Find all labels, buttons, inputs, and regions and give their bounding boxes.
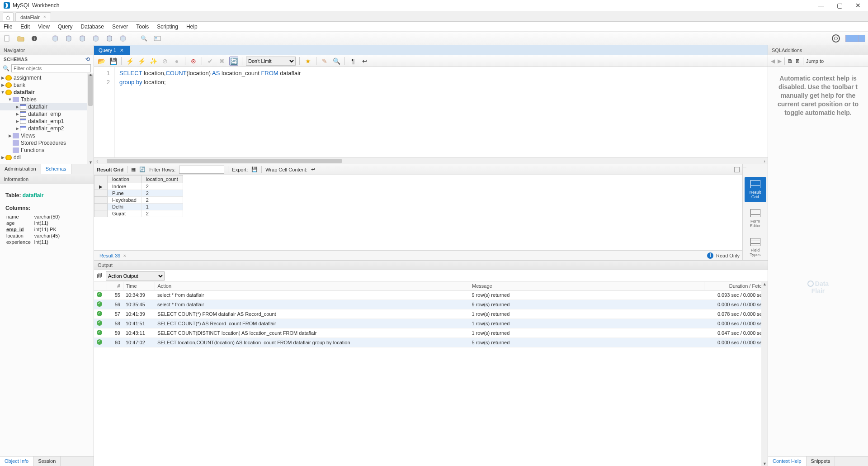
- invisible-icon[interactable]: ¶: [349, 57, 358, 66]
- close-icon[interactable]: ×: [122, 253, 126, 258]
- tree-item[interactable]: ▶Views: [0, 132, 94, 139]
- menu-file[interactable]: File: [4, 24, 12, 30]
- search-icon[interactable]: 🔍: [139, 34, 148, 43]
- connection-tab[interactable]: dataFlair ×: [15, 12, 51, 21]
- brush-icon[interactable]: ✎: [320, 57, 329, 66]
- output-row[interactable]: 6010:47:02SELECT location,COUNT(location…: [94, 338, 768, 347]
- explain-icon[interactable]: ✨: [149, 57, 158, 66]
- tree-item[interactable]: ▶ddl: [0, 154, 94, 161]
- rollback-icon[interactable]: ✖: [217, 57, 226, 66]
- tree-item[interactable]: ▶dataflair_emp: [0, 110, 94, 118]
- tree-item[interactable]: ▶dataflair_emp2: [0, 125, 94, 132]
- menu-scripting[interactable]: Scripting: [157, 24, 178, 30]
- db-icon[interactable]: [91, 34, 100, 43]
- tab-schemas[interactable]: Schemas: [41, 164, 71, 174]
- tree-item-selected[interactable]: ▶dataflair: [0, 103, 94, 110]
- tree-item[interactable]: ▼Tables: [0, 96, 94, 103]
- grid-icon[interactable]: ▦: [131, 166, 136, 172]
- tree-item[interactable]: ▶Functions: [0, 147, 94, 154]
- stop-icon[interactable]: ⊘: [160, 57, 170, 66]
- wrap-icon[interactable]: ↩: [311, 166, 315, 172]
- tree-item[interactable]: ▶Stored Procedures: [0, 139, 94, 147]
- limit-select[interactable]: Don't Limit: [246, 57, 296, 66]
- sql-code[interactable]: SELECT location,COUNT(location) AS locat…: [115, 67, 306, 157]
- filter-objects-input[interactable]: [11, 64, 91, 72]
- success-icon: [97, 292, 102, 297]
- menu-server[interactable]: Server: [112, 24, 128, 30]
- settings-icon[interactable]: [832, 34, 840, 43]
- menu-edit[interactable]: Edit: [20, 24, 30, 30]
- menu-help[interactable]: Help: [186, 24, 198, 30]
- output-row[interactable]: 5510:34:39select * from dataflair9 row(s…: [94, 290, 768, 300]
- result-grid[interactable]: locationlocation_count ▶Indore2 Pune2 He…: [94, 175, 742, 225]
- save-icon[interactable]: 💾: [108, 57, 118, 66]
- wrap-icon[interactable]: ↩: [360, 57, 369, 66]
- find-icon[interactable]: 🔍: [332, 57, 341, 66]
- output-row[interactable]: 5810:41:51SELECT COUNT(*) AS Record_coun…: [94, 319, 768, 328]
- scrollbar[interactable]: ▲▼: [87, 73, 94, 164]
- tab-snippets[interactable]: Snippets: [807, 456, 835, 466]
- close-icon[interactable]: ×: [43, 14, 46, 19]
- tab-administration[interactable]: Administration: [0, 164, 41, 174]
- field-types-button[interactable]: Field Types: [745, 235, 766, 260]
- close-icon[interactable]: ×: [120, 48, 123, 52]
- sqladditions-body: Automatic context help is disabled. Use …: [768, 67, 868, 243]
- filter-rows-input[interactable]: [179, 166, 224, 174]
- tree-item[interactable]: ▶dataflair_emp1: [0, 118, 94, 125]
- panel-toggle-icon[interactable]: [734, 167, 740, 172]
- output-type-select[interactable]: Action Output: [106, 271, 165, 281]
- tree-item[interactable]: ▼dataflair: [0, 89, 94, 96]
- menu-query[interactable]: Query: [58, 24, 73, 30]
- auto-icon[interactable]: 🖹: [795, 58, 800, 64]
- sql-editor[interactable]: 1 2 SELECT location,COUNT(location) AS l…: [94, 67, 768, 157]
- output-row[interactable]: 5610:35:45select * from dataflair9 row(s…: [94, 300, 768, 309]
- db-icon[interactable]: [51, 34, 60, 43]
- db-icon[interactable]: [78, 34, 87, 43]
- new-sql-tab-icon[interactable]: [3, 34, 12, 43]
- open-icon[interactable]: 📂: [97, 57, 106, 66]
- output-row[interactable]: 5710:41:39SELECT COUNT(*) FROM dataflair…: [94, 309, 768, 319]
- commit-icon[interactable]: ✔: [206, 57, 215, 66]
- tree-item[interactable]: ▶assignment: [0, 74, 94, 81]
- refresh-icon[interactable]: ⟲: [85, 56, 90, 62]
- menu-database[interactable]: Database: [81, 24, 104, 30]
- minimize-button[interactable]: —: [818, 2, 824, 9]
- output-grid[interactable]: # Time Action Message Duration / Fetch 5…: [94, 282, 768, 466]
- jump-to-label[interactable]: Jump to: [806, 58, 824, 64]
- execute-current-icon[interactable]: ⚡: [137, 57, 146, 66]
- result-tab[interactable]: Result 39 ×: [97, 253, 129, 258]
- autocommit-icon[interactable]: 🔄: [229, 57, 238, 66]
- output-row[interactable]: 5910:43:11SELECT COUNT(DISTINCT location…: [94, 328, 768, 338]
- tab-object-info[interactable]: Object Info: [0, 456, 33, 466]
- tab-context-help[interactable]: Context Help: [768, 456, 807, 466]
- export-icon[interactable]: 💾: [251, 166, 258, 172]
- close-button[interactable]: ✕: [855, 2, 861, 9]
- editor-hscroll[interactable]: [94, 157, 768, 164]
- tab-session[interactable]: Session: [33, 456, 61, 466]
- form-editor-button[interactable]: Form Editor: [745, 206, 766, 231]
- menu-view[interactable]: View: [38, 24, 50, 30]
- help-icon[interactable]: 🖺: [788, 58, 793, 64]
- cancel-icon[interactable]: ⊗: [189, 57, 198, 66]
- result-grid-button[interactable]: Result Grid: [745, 177, 766, 202]
- inspector-icon[interactable]: i: [30, 34, 39, 43]
- stop-icon[interactable]: ●: [172, 57, 181, 66]
- panel-toggle[interactable]: [845, 35, 865, 42]
- open-sql-icon[interactable]: [16, 34, 25, 43]
- home-tab[interactable]: ⌂: [3, 12, 14, 21]
- back-icon[interactable]: ◀: [771, 58, 775, 64]
- menu-tools[interactable]: Tools: [136, 24, 149, 30]
- beautify-icon[interactable]: ★: [303, 57, 312, 66]
- dashboard-icon[interactable]: [153, 34, 162, 43]
- query-tab[interactable]: Query 1 ×: [94, 46, 130, 55]
- scrollbar[interactable]: ▲▼: [761, 282, 768, 466]
- result-grid-label: Result Grid: [97, 167, 123, 172]
- db-icon[interactable]: [64, 34, 73, 43]
- db-icon[interactable]: [118, 34, 127, 43]
- tree-item[interactable]: ▶bank: [0, 81, 94, 89]
- db-icon[interactable]: [105, 34, 114, 43]
- execute-icon[interactable]: ⚡: [125, 57, 134, 66]
- maximize-button[interactable]: ▢: [837, 2, 843, 9]
- forward-icon[interactable]: ▶: [778, 58, 782, 64]
- filter-icon[interactable]: 🔄: [139, 166, 146, 172]
